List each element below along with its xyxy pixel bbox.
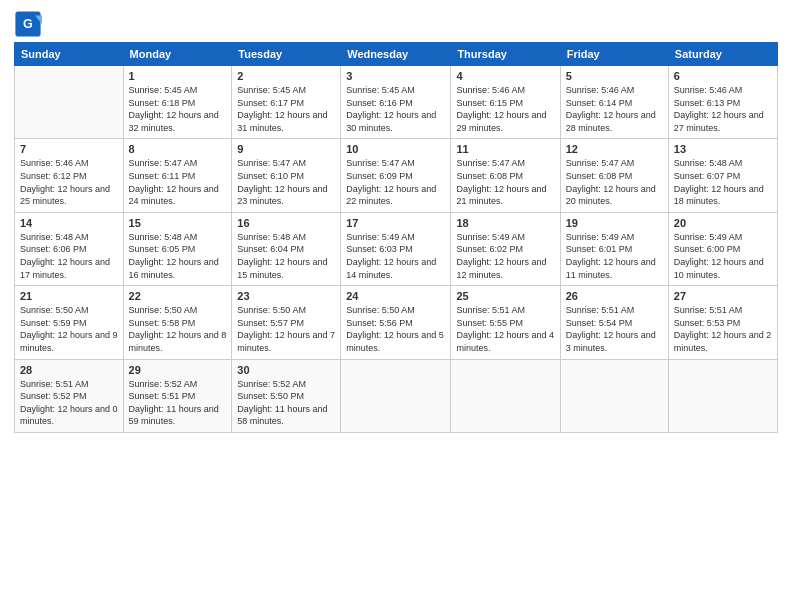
svg-text:G: G <box>23 17 33 31</box>
header: G <box>14 10 778 38</box>
calendar-cell <box>560 359 668 432</box>
calendar-cell: 1Sunrise: 5:45 AM Sunset: 6:18 PM Daylig… <box>123 66 232 139</box>
day-number: 27 <box>674 290 772 302</box>
day-info: Sunrise: 5:50 AM Sunset: 5:59 PM Dayligh… <box>20 304 118 354</box>
day-number: 20 <box>674 217 772 229</box>
week-row-1: 1Sunrise: 5:45 AM Sunset: 6:18 PM Daylig… <box>15 66 778 139</box>
day-number: 19 <box>566 217 663 229</box>
week-row-5: 28Sunrise: 5:51 AM Sunset: 5:52 PM Dayli… <box>15 359 778 432</box>
logo: G <box>14 10 44 38</box>
calendar-cell: 25Sunrise: 5:51 AM Sunset: 5:55 PM Dayli… <box>451 286 560 359</box>
weekday-header-tuesday: Tuesday <box>232 43 341 66</box>
day-number: 21 <box>20 290 118 302</box>
day-number: 26 <box>566 290 663 302</box>
calendar-cell: 21Sunrise: 5:50 AM Sunset: 5:59 PM Dayli… <box>15 286 124 359</box>
weekday-header-monday: Monday <box>123 43 232 66</box>
day-info: Sunrise: 5:49 AM Sunset: 6:03 PM Dayligh… <box>346 231 445 281</box>
day-number: 16 <box>237 217 335 229</box>
day-number: 6 <box>674 70 772 82</box>
calendar-cell: 19Sunrise: 5:49 AM Sunset: 6:01 PM Dayli… <box>560 212 668 285</box>
calendar-cell: 4Sunrise: 5:46 AM Sunset: 6:15 PM Daylig… <box>451 66 560 139</box>
day-info: Sunrise: 5:48 AM Sunset: 6:05 PM Dayligh… <box>129 231 227 281</box>
day-info: Sunrise: 5:46 AM Sunset: 6:12 PM Dayligh… <box>20 157 118 207</box>
day-number: 3 <box>346 70 445 82</box>
calendar-cell: 7Sunrise: 5:46 AM Sunset: 6:12 PM Daylig… <box>15 139 124 212</box>
day-info: Sunrise: 5:47 AM Sunset: 6:08 PM Dayligh… <box>456 157 554 207</box>
day-number: 10 <box>346 143 445 155</box>
day-info: Sunrise: 5:47 AM Sunset: 6:10 PM Dayligh… <box>237 157 335 207</box>
day-info: Sunrise: 5:47 AM Sunset: 6:09 PM Dayligh… <box>346 157 445 207</box>
day-number: 17 <box>346 217 445 229</box>
day-info: Sunrise: 5:50 AM Sunset: 5:57 PM Dayligh… <box>237 304 335 354</box>
calendar-cell: 3Sunrise: 5:45 AM Sunset: 6:16 PM Daylig… <box>341 66 451 139</box>
day-number: 22 <box>129 290 227 302</box>
calendar-cell: 5Sunrise: 5:46 AM Sunset: 6:14 PM Daylig… <box>560 66 668 139</box>
calendar-cell: 10Sunrise: 5:47 AM Sunset: 6:09 PM Dayli… <box>341 139 451 212</box>
day-info: Sunrise: 5:48 AM Sunset: 6:07 PM Dayligh… <box>674 157 772 207</box>
calendar-cell: 24Sunrise: 5:50 AM Sunset: 5:56 PM Dayli… <box>341 286 451 359</box>
day-info: Sunrise: 5:49 AM Sunset: 6:02 PM Dayligh… <box>456 231 554 281</box>
day-info: Sunrise: 5:46 AM Sunset: 6:15 PM Dayligh… <box>456 84 554 134</box>
day-info: Sunrise: 5:50 AM Sunset: 5:58 PM Dayligh… <box>129 304 227 354</box>
day-number: 29 <box>129 364 227 376</box>
calendar-cell <box>15 66 124 139</box>
day-info: Sunrise: 5:49 AM Sunset: 6:00 PM Dayligh… <box>674 231 772 281</box>
day-number: 7 <box>20 143 118 155</box>
day-number: 1 <box>129 70 227 82</box>
day-info: Sunrise: 5:51 AM Sunset: 5:55 PM Dayligh… <box>456 304 554 354</box>
day-info: Sunrise: 5:45 AM Sunset: 6:17 PM Dayligh… <box>237 84 335 134</box>
calendar-cell: 18Sunrise: 5:49 AM Sunset: 6:02 PM Dayli… <box>451 212 560 285</box>
day-info: Sunrise: 5:46 AM Sunset: 6:14 PM Dayligh… <box>566 84 663 134</box>
day-number: 12 <box>566 143 663 155</box>
day-number: 18 <box>456 217 554 229</box>
weekday-header-wednesday: Wednesday <box>341 43 451 66</box>
calendar-cell: 30Sunrise: 5:52 AM Sunset: 5:50 PM Dayli… <box>232 359 341 432</box>
logo-icon: G <box>14 10 42 38</box>
main-container: G SundayMondayTuesdayWednesdayThursdayFr… <box>0 0 792 443</box>
weekday-header-saturday: Saturday <box>668 43 777 66</box>
weekday-header-sunday: Sunday <box>15 43 124 66</box>
day-number: 4 <box>456 70 554 82</box>
week-row-3: 14Sunrise: 5:48 AM Sunset: 6:06 PM Dayli… <box>15 212 778 285</box>
day-number: 8 <box>129 143 227 155</box>
calendar-cell: 29Sunrise: 5:52 AM Sunset: 5:51 PM Dayli… <box>123 359 232 432</box>
day-info: Sunrise: 5:46 AM Sunset: 6:13 PM Dayligh… <box>674 84 772 134</box>
day-info: Sunrise: 5:49 AM Sunset: 6:01 PM Dayligh… <box>566 231 663 281</box>
calendar-cell: 6Sunrise: 5:46 AM Sunset: 6:13 PM Daylig… <box>668 66 777 139</box>
calendar-cell: 11Sunrise: 5:47 AM Sunset: 6:08 PM Dayli… <box>451 139 560 212</box>
day-number: 2 <box>237 70 335 82</box>
calendar-cell: 22Sunrise: 5:50 AM Sunset: 5:58 PM Dayli… <box>123 286 232 359</box>
calendar-cell: 28Sunrise: 5:51 AM Sunset: 5:52 PM Dayli… <box>15 359 124 432</box>
day-info: Sunrise: 5:47 AM Sunset: 6:11 PM Dayligh… <box>129 157 227 207</box>
calendar-cell: 27Sunrise: 5:51 AM Sunset: 5:53 PM Dayli… <box>668 286 777 359</box>
day-info: Sunrise: 5:47 AM Sunset: 6:08 PM Dayligh… <box>566 157 663 207</box>
calendar-cell: 20Sunrise: 5:49 AM Sunset: 6:00 PM Dayli… <box>668 212 777 285</box>
calendar-cell: 14Sunrise: 5:48 AM Sunset: 6:06 PM Dayli… <box>15 212 124 285</box>
day-info: Sunrise: 5:45 AM Sunset: 6:16 PM Dayligh… <box>346 84 445 134</box>
week-row-2: 7Sunrise: 5:46 AM Sunset: 6:12 PM Daylig… <box>15 139 778 212</box>
day-info: Sunrise: 5:51 AM Sunset: 5:52 PM Dayligh… <box>20 378 118 428</box>
day-number: 24 <box>346 290 445 302</box>
calendar-cell: 23Sunrise: 5:50 AM Sunset: 5:57 PM Dayli… <box>232 286 341 359</box>
calendar-cell <box>451 359 560 432</box>
week-row-4: 21Sunrise: 5:50 AM Sunset: 5:59 PM Dayli… <box>15 286 778 359</box>
day-number: 14 <box>20 217 118 229</box>
calendar-cell: 12Sunrise: 5:47 AM Sunset: 6:08 PM Dayli… <box>560 139 668 212</box>
calendar-cell: 8Sunrise: 5:47 AM Sunset: 6:11 PM Daylig… <box>123 139 232 212</box>
calendar-cell: 15Sunrise: 5:48 AM Sunset: 6:05 PM Dayli… <box>123 212 232 285</box>
weekday-header-row: SundayMondayTuesdayWednesdayThursdayFrid… <box>15 43 778 66</box>
day-info: Sunrise: 5:52 AM Sunset: 5:50 PM Dayligh… <box>237 378 335 428</box>
calendar-table: SundayMondayTuesdayWednesdayThursdayFrid… <box>14 42 778 433</box>
day-number: 28 <box>20 364 118 376</box>
day-number: 9 <box>237 143 335 155</box>
day-number: 13 <box>674 143 772 155</box>
weekday-header-friday: Friday <box>560 43 668 66</box>
day-info: Sunrise: 5:48 AM Sunset: 6:04 PM Dayligh… <box>237 231 335 281</box>
day-info: Sunrise: 5:45 AM Sunset: 6:18 PM Dayligh… <box>129 84 227 134</box>
calendar-cell: 2Sunrise: 5:45 AM Sunset: 6:17 PM Daylig… <box>232 66 341 139</box>
calendar-cell <box>341 359 451 432</box>
day-info: Sunrise: 5:52 AM Sunset: 5:51 PM Dayligh… <box>129 378 227 428</box>
day-info: Sunrise: 5:50 AM Sunset: 5:56 PM Dayligh… <box>346 304 445 354</box>
day-info: Sunrise: 5:51 AM Sunset: 5:54 PM Dayligh… <box>566 304 663 354</box>
calendar-cell: 13Sunrise: 5:48 AM Sunset: 6:07 PM Dayli… <box>668 139 777 212</box>
